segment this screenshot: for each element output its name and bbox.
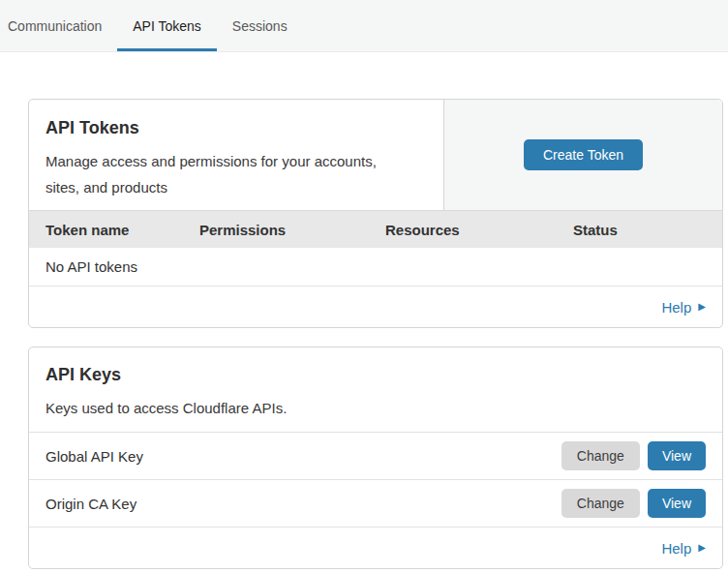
api-keys-card-header: API Keys Keys used to access Cloudflare … <box>29 347 722 433</box>
column-header-resources: Resources <box>369 222 557 238</box>
empty-tokens-row: No API tokens <box>29 248 722 286</box>
api-key-row-global: Global API Key Change View <box>29 433 722 480</box>
view-origin-ca-key-button[interactable]: View <box>648 489 706 518</box>
settings-content: API Tokens Manage access and permissions… <box>0 52 728 569</box>
api-keys-card: API Keys Keys used to access Cloudflare … <box>28 347 723 569</box>
api-tokens-description: Manage access and permissions for your a… <box>46 148 399 200</box>
tab-api-tokens[interactable]: API Tokens <box>117 0 217 51</box>
help-arrow-icon: ▶ <box>698 302 706 312</box>
api-tokens-card: API Tokens Manage access and permissions… <box>28 99 723 328</box>
api-keys-card-footer: Help ▶ <box>29 528 722 568</box>
api-tokens-card-header: API Tokens Manage access and permissions… <box>29 100 722 210</box>
empty-tokens-message: No API tokens <box>46 258 137 275</box>
api-tokens-title: API Tokens <box>46 118 427 138</box>
api-tokens-card-action-panel: Create Token <box>443 100 722 210</box>
view-global-api-key-button[interactable]: View <box>648 441 706 470</box>
tab-sessions[interactable]: Sessions <box>217 0 303 51</box>
column-header-token-name: Token name <box>29 222 183 238</box>
change-origin-ca-key-button[interactable]: Change <box>561 489 640 518</box>
token-table-header-row: Token name Permissions Resources Status <box>29 210 722 248</box>
column-header-permissions: Permissions <box>183 222 369 238</box>
help-link-label: Help <box>661 540 691 557</box>
api-keys-help-link[interactable]: Help ▶ <box>661 540 706 557</box>
api-key-name-global: Global API Key <box>46 448 561 465</box>
help-link-label: Help <box>661 299 691 316</box>
api-tokens-card-header-text: API Tokens Manage access and permissions… <box>29 100 443 210</box>
change-global-api-key-button[interactable]: Change <box>561 441 640 470</box>
tab-bar: Communication API Tokens Sessions <box>0 0 728 52</box>
column-header-status: Status <box>557 222 722 238</box>
api-key-row-origin-ca: Origin CA Key Change View <box>29 480 722 528</box>
create-token-button[interactable]: Create Token <box>524 139 643 170</box>
api-keys-description: Keys used to access Cloudflare APIs. <box>46 395 399 421</box>
api-tokens-help-link[interactable]: Help ▶ <box>661 299 706 316</box>
api-key-name-origin-ca: Origin CA Key <box>46 496 561 512</box>
api-keys-title: API Keys <box>46 365 706 385</box>
help-arrow-icon: ▶ <box>698 543 706 553</box>
api-tokens-card-footer: Help ▶ <box>29 286 722 327</box>
tab-communication[interactable]: Communication <box>0 0 117 51</box>
